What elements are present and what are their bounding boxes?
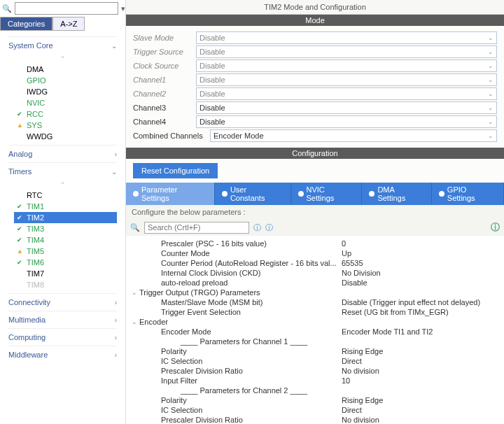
select-channel1[interactable]: Disable⌄	[196, 73, 497, 86]
param-val[interactable]: 10	[342, 376, 350, 385]
param-key: Input Filter	[132, 376, 342, 385]
select-channel2[interactable]: Disable⌄	[196, 87, 497, 100]
item-tim4[interactable]: ✔TIM4	[14, 234, 117, 246]
chevron-right-icon: ›	[115, 351, 117, 359]
cat-analog[interactable]: Analog›	[8, 145, 117, 162]
param-key: Encoder Mode	[132, 327, 342, 336]
item-iwdg[interactable]: IWDG	[14, 86, 117, 97]
param-val[interactable]: 0	[342, 239, 346, 248]
check-icon: ✔	[17, 259, 24, 266]
cat-connectivity[interactable]: Connectivity›	[8, 293, 117, 311]
chevron-right-icon: ›	[115, 316, 117, 324]
chevron-down-icon: ⌄	[488, 118, 493, 125]
param-val[interactable]: No division	[342, 416, 379, 424]
param-val[interactable]: Direct	[342, 406, 362, 414]
chevron-down-icon: ⌄	[488, 62, 493, 69]
label-combined: Combined Channels	[133, 132, 210, 140]
chevron-down-icon: ⌄	[488, 132, 493, 139]
param-val[interactable]: Rising Edge	[342, 396, 383, 404]
subtab-gpio[interactable]: GPIO Settings	[432, 183, 504, 205]
page-title: TIM2 Mode and Configuration	[126, 0, 504, 15]
param-val[interactable]: Rising Edge	[342, 347, 383, 355]
subtab-user[interactable]: User Constants	[215, 183, 291, 205]
label-channel4: Channel4	[133, 118, 196, 126]
param-key: Counter Period (AutoReload Register - 16…	[132, 259, 342, 267]
dot-icon	[133, 191, 139, 197]
param-val[interactable]: No Division	[342, 269, 381, 277]
item-tim1[interactable]: ✔TIM1	[14, 201, 117, 212]
chevron-down-icon: ⌄	[488, 90, 493, 97]
param-val[interactable]: 65535	[342, 259, 363, 267]
param-val[interactable]: Up	[342, 249, 351, 257]
item-tim5[interactable]: ▲TIM5	[14, 246, 117, 257]
param-search-input[interactable]	[144, 222, 249, 234]
param-val[interactable]: Direct	[342, 357, 362, 365]
dot-icon	[222, 191, 227, 197]
check-icon: ✔	[17, 236, 24, 243]
select-combined[interactable]: Encoder Mode⌄	[210, 129, 497, 142]
cat-multimedia[interactable]: Multimedia›	[8, 311, 117, 328]
item-gpio[interactable]: GPIO	[14, 75, 117, 86]
item-sys[interactable]: ▲SYS	[14, 120, 117, 131]
check-icon: ✔	[17, 203, 24, 210]
param-key: IC Selection	[132, 357, 342, 365]
param-key: Prescaler Division Ratio	[132, 416, 342, 424]
param-val[interactable]: Encoder Mode TI1 and TI2	[342, 327, 433, 336]
param-group-trgo[interactable]: ⌄Trigger Output (TRGO) Parameters	[132, 288, 498, 297]
chevron-down-icon: ⌄	[488, 34, 493, 41]
param-key: Counter Mode	[132, 249, 342, 257]
select-trigger-source[interactable]: Disable⌄	[196, 45, 497, 58]
warn-icon: ▲	[17, 248, 24, 255]
select-channel4[interactable]: Disable⌄	[196, 115, 497, 128]
param-group-encoder[interactable]: ⌄Encoder	[132, 317, 498, 327]
item-nvic[interactable]: NVIC	[14, 97, 117, 108]
item-tim6[interactable]: ✔TIM6	[14, 257, 117, 268]
param-val[interactable]: Reset (UG bit from TIMx_EGR)	[342, 308, 449, 316]
param-key: Polarity	[132, 396, 342, 404]
subtab-nvic[interactable]: NVIC Settings	[291, 183, 363, 205]
item-wwdg[interactable]: WWDG	[14, 131, 117, 142]
reset-button[interactable]: Reset Configuration	[133, 163, 218, 178]
sidebar: 🔍 ▾ ⚙ Categories A->Z System Core⌄ ⌃ DMA…	[0, 0, 126, 424]
cat-system-core[interactable]: System Core⌄	[8, 36, 117, 54]
param-val[interactable]: Disable	[342, 278, 368, 287]
param-val[interactable]: No division	[342, 367, 379, 375]
expand-icon: ⌄	[132, 318, 137, 325]
mode-header: Mode	[126, 15, 504, 26]
select-clock-source[interactable]: Disable⌄	[196, 59, 497, 72]
cat-computing[interactable]: Computing›	[8, 328, 117, 346]
subtab-parameter[interactable]: Parameter Settings	[126, 183, 215, 205]
item-dma[interactable]: DMA	[14, 64, 117, 75]
search-icon: 🔍	[2, 4, 12, 13]
check-icon: ✔	[17, 111, 24, 118]
select-channel3[interactable]: Disable⌄	[196, 101, 497, 114]
item-tim3[interactable]: ✔TIM3	[14, 223, 117, 234]
parameter-list: Prescaler (PSC - 16 bits value)0 Counter…	[126, 236, 504, 424]
param-val[interactable]: Disable (Trigger input effect not delaye…	[342, 298, 480, 306]
info-icon[interactable]: ⓘ	[253, 222, 261, 233]
chevron-right-icon: ›	[115, 150, 117, 158]
param-key: Master/Slave Mode (MSM bit)	[132, 298, 342, 306]
param-key: Internal Clock Division (CKD)	[132, 269, 342, 277]
dropdown-icon[interactable]: ▾	[121, 4, 125, 13]
label-channel3: Channel3	[133, 104, 196, 112]
collapse-up-icon[interactable]: ⌃	[8, 180, 117, 190]
item-tim2[interactable]: ✔TIM2	[14, 212, 117, 223]
info-bullet-icon[interactable]: ⓘ	[491, 221, 500, 234]
tab-az[interactable]: A->Z	[52, 17, 85, 31]
item-tim7[interactable]: TIM7	[14, 268, 117, 279]
label-slave-mode: Slave Mode	[133, 34, 196, 42]
help-icon[interactable]: ⓘ	[265, 222, 273, 233]
search-input[interactable]	[15, 2, 118, 15]
item-tim8: TIM8	[14, 279, 117, 290]
tab-categories[interactable]: Categories	[0, 17, 52, 31]
cat-middleware[interactable]: Middleware›	[8, 346, 117, 363]
label-trigger-source: Trigger Source	[133, 48, 196, 56]
subtab-dma[interactable]: DMA Settings	[362, 183, 431, 205]
collapse-up-icon[interactable]: ⌃	[8, 54, 117, 64]
item-rcc[interactable]: ✔RCC	[14, 108, 117, 120]
item-rtc[interactable]: RTC	[14, 190, 117, 201]
select-slave-mode[interactable]: Disable⌄	[196, 31, 497, 44]
cat-timers[interactable]: Timers⌄	[8, 162, 117, 180]
chevron-down-icon: ⌄	[488, 48, 493, 55]
